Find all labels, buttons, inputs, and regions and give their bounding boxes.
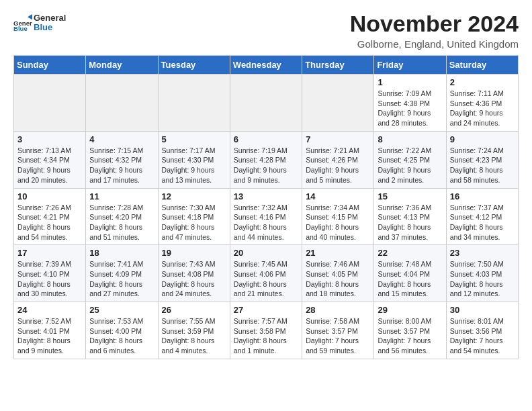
calendar-cell: 5Sunrise: 7:17 AM Sunset: 4:30 PM Daylig… [158, 131, 230, 188]
day-number: 9 [450, 134, 515, 144]
day-info: Sunrise: 7:43 AM Sunset: 4:08 PM Dayligh… [162, 259, 226, 299]
calendar-cell: 2Sunrise: 7:11 AM Sunset: 4:36 PM Daylig… [446, 75, 518, 132]
col-saturday: Saturday [446, 56, 518, 75]
calendar-title: November 2024 [350, 11, 519, 37]
calendar-cell: 27Sunrise: 7:57 AM Sunset: 3:58 PM Dayli… [230, 302, 302, 359]
day-number: 28 [306, 305, 370, 315]
day-info: Sunrise: 7:57 AM Sunset: 3:58 PM Dayligh… [234, 316, 298, 356]
calendar-cell: 12Sunrise: 7:30 AM Sunset: 4:18 PM Dayli… [158, 188, 230, 245]
col-tuesday: Tuesday [158, 56, 230, 75]
day-number: 13 [234, 191, 298, 201]
calendar-cell: 29Sunrise: 8:00 AM Sunset: 3:57 PM Dayli… [374, 302, 446, 359]
day-info: Sunrise: 7:46 AM Sunset: 4:05 PM Dayligh… [306, 259, 370, 299]
day-info: Sunrise: 7:28 AM Sunset: 4:20 PM Dayligh… [89, 203, 154, 242]
calendar-week-row: 1Sunrise: 7:09 AM Sunset: 4:38 PM Daylig… [14, 75, 519, 132]
day-number: 15 [378, 191, 442, 201]
day-number: 20 [234, 248, 298, 258]
day-info: Sunrise: 8:00 AM Sunset: 3:57 PM Dayligh… [378, 316, 442, 356]
calendar-cell: 8Sunrise: 7:22 AM Sunset: 4:25 PM Daylig… [374, 131, 446, 188]
calendar-cell: 4Sunrise: 7:15 AM Sunset: 4:32 PM Daylig… [86, 131, 158, 188]
day-number: 16 [450, 191, 515, 201]
day-number: 26 [162, 305, 226, 315]
calendar-cell: 11Sunrise: 7:28 AM Sunset: 4:20 PM Dayli… [86, 188, 158, 245]
day-info: Sunrise: 7:50 AM Sunset: 4:03 PM Dayligh… [450, 259, 515, 299]
day-number: 25 [89, 305, 154, 315]
col-monday: Monday [86, 56, 158, 75]
day-info: Sunrise: 7:53 AM Sunset: 4:00 PM Dayligh… [89, 316, 154, 356]
calendar-cell: 20Sunrise: 7:45 AM Sunset: 4:06 PM Dayli… [230, 245, 302, 302]
day-info: Sunrise: 8:01 AM Sunset: 3:56 PM Dayligh… [450, 316, 515, 356]
day-number: 12 [162, 191, 226, 201]
day-number: 27 [234, 305, 298, 315]
day-number: 29 [378, 305, 442, 315]
day-number: 7 [306, 134, 370, 144]
calendar-cell: 14Sunrise: 7:34 AM Sunset: 4:15 PM Dayli… [302, 188, 374, 245]
calendar-cell: 17Sunrise: 7:39 AM Sunset: 4:10 PM Dayli… [14, 245, 86, 302]
logo-icon: General Blue [13, 13, 32, 32]
day-info: Sunrise: 7:19 AM Sunset: 4:28 PM Dayligh… [234, 146, 298, 185]
calendar-subtitle: Golborne, England, United Kingdom [350, 38, 519, 50]
day-number: 30 [450, 305, 515, 315]
calendar-header-row: Sunday Monday Tuesday Wednesday Thursday… [14, 56, 519, 75]
calendar-cell [230, 75, 302, 132]
calendar-week-row: 10Sunrise: 7:26 AM Sunset: 4:21 PM Dayli… [14, 188, 519, 245]
svg-text:Blue: Blue [13, 26, 28, 33]
col-friday: Friday [374, 56, 446, 75]
day-info: Sunrise: 7:41 AM Sunset: 4:09 PM Dayligh… [89, 259, 154, 299]
calendar-cell: 15Sunrise: 7:36 AM Sunset: 4:13 PM Dayli… [374, 188, 446, 245]
day-info: Sunrise: 7:09 AM Sunset: 4:38 PM Dayligh… [378, 89, 442, 128]
day-info: Sunrise: 7:39 AM Sunset: 4:10 PM Dayligh… [17, 259, 82, 299]
calendar-cell: 1Sunrise: 7:09 AM Sunset: 4:38 PM Daylig… [374, 75, 446, 132]
day-number: 6 [234, 134, 298, 144]
day-number: 21 [306, 248, 370, 258]
day-info: Sunrise: 7:26 AM Sunset: 4:21 PM Dayligh… [17, 203, 82, 242]
calendar-week-row: 17Sunrise: 7:39 AM Sunset: 4:10 PM Dayli… [14, 245, 519, 302]
calendar-cell: 26Sunrise: 7:55 AM Sunset: 3:59 PM Dayli… [158, 302, 230, 359]
day-info: Sunrise: 7:48 AM Sunset: 4:04 PM Dayligh… [378, 259, 442, 299]
day-number: 4 [89, 134, 154, 144]
day-number: 1 [378, 77, 442, 87]
day-number: 19 [162, 248, 226, 258]
day-info: Sunrise: 7:32 AM Sunset: 4:16 PM Dayligh… [234, 203, 298, 242]
day-info: Sunrise: 7:17 AM Sunset: 4:30 PM Dayligh… [162, 146, 226, 185]
logo: General Blue General Blue [13, 13, 66, 33]
day-info: Sunrise: 7:37 AM Sunset: 4:12 PM Dayligh… [450, 203, 515, 242]
calendar-cell: 6Sunrise: 7:19 AM Sunset: 4:28 PM Daylig… [230, 131, 302, 188]
day-info: Sunrise: 7:34 AM Sunset: 4:15 PM Dayligh… [306, 203, 370, 242]
day-number: 18 [89, 248, 154, 258]
day-info: Sunrise: 7:30 AM Sunset: 4:18 PM Dayligh… [162, 203, 226, 242]
day-number: 8 [378, 134, 442, 144]
day-number: 14 [306, 191, 370, 201]
day-number: 22 [378, 248, 442, 258]
col-thursday: Thursday [302, 56, 374, 75]
calendar-cell: 3Sunrise: 7:13 AM Sunset: 4:34 PM Daylig… [14, 131, 86, 188]
calendar-cell: 18Sunrise: 7:41 AM Sunset: 4:09 PM Dayli… [86, 245, 158, 302]
day-info: Sunrise: 7:36 AM Sunset: 4:13 PM Dayligh… [378, 203, 442, 242]
day-number: 23 [450, 248, 515, 258]
day-info: Sunrise: 7:45 AM Sunset: 4:06 PM Dayligh… [234, 259, 298, 299]
day-number: 24 [17, 305, 82, 315]
calendar-cell: 19Sunrise: 7:43 AM Sunset: 4:08 PM Dayli… [158, 245, 230, 302]
calendar-cell [14, 75, 86, 132]
title-block: November 2024 Golborne, England, United … [350, 11, 519, 50]
calendar-cell: 28Sunrise: 7:58 AM Sunset: 3:57 PM Dayli… [302, 302, 374, 359]
calendar-cell [86, 75, 158, 132]
calendar-cell: 13Sunrise: 7:32 AM Sunset: 4:16 PM Dayli… [230, 188, 302, 245]
calendar-cell: 16Sunrise: 7:37 AM Sunset: 4:12 PM Dayli… [446, 188, 518, 245]
calendar-cell [158, 75, 230, 132]
day-info: Sunrise: 7:13 AM Sunset: 4:34 PM Dayligh… [17, 146, 82, 185]
col-wednesday: Wednesday [230, 56, 302, 75]
calendar-cell: 22Sunrise: 7:48 AM Sunset: 4:04 PM Dayli… [374, 245, 446, 302]
col-sunday: Sunday [14, 56, 86, 75]
day-number: 3 [17, 134, 82, 144]
day-info: Sunrise: 7:11 AM Sunset: 4:36 PM Dayligh… [450, 89, 515, 128]
day-number: 10 [17, 191, 82, 201]
day-info: Sunrise: 7:58 AM Sunset: 3:57 PM Dayligh… [306, 316, 370, 356]
day-info: Sunrise: 7:24 AM Sunset: 4:23 PM Dayligh… [450, 146, 515, 185]
day-info: Sunrise: 7:52 AM Sunset: 4:01 PM Dayligh… [17, 316, 82, 356]
day-info: Sunrise: 7:22 AM Sunset: 4:25 PM Dayligh… [378, 146, 442, 185]
page-header: General Blue General Blue November 2024 … [13, 11, 519, 50]
day-number: 2 [450, 77, 515, 87]
calendar-cell: 7Sunrise: 7:21 AM Sunset: 4:26 PM Daylig… [302, 131, 374, 188]
calendar-cell: 21Sunrise: 7:46 AM Sunset: 4:05 PM Dayli… [302, 245, 374, 302]
